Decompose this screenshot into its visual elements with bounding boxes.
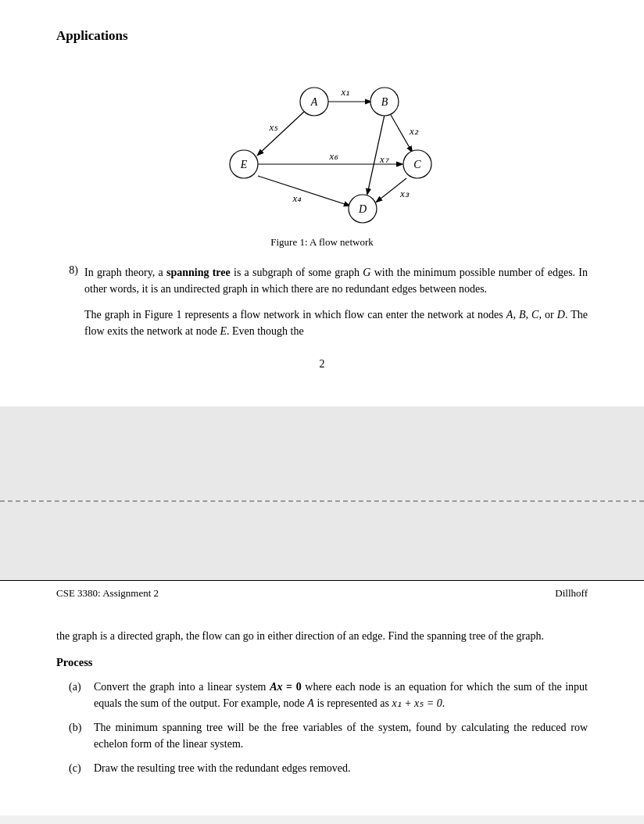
svg-text:x₇: x₇ <box>379 153 389 165</box>
problem-paragraph-2: The graph in Figure 1 represents a flow … <box>84 306 588 339</box>
page-top: Applications x₁ <box>0 0 644 407</box>
svg-text:x₁: x₁ <box>341 86 350 98</box>
continuation-text: the graph is a directed graph, the flow … <box>56 628 588 645</box>
problem-text-2: is a subgraph of some graph <box>231 267 363 278</box>
para2b: or <box>542 309 557 321</box>
footer-left: CSE 3380: Assignment 2 <box>56 587 159 600</box>
gray-area-1 <box>0 407 644 500</box>
sub-item-b-text: The minimum spanning tree will be the fr… <box>94 719 588 752</box>
sub-item-a-text: Convert the graph into a linear system A… <box>94 679 588 711</box>
problem-text-1: In graph theory, a <box>84 267 166 278</box>
sub-item-c: (c) Draw the resulting tree with the red… <box>69 760 588 776</box>
svg-text:x₆: x₆ <box>329 150 339 162</box>
svg-line-8 <box>258 111 305 155</box>
spanning-tree-bold: spanning tree <box>166 267 231 278</box>
para2d: . Even though the <box>227 325 304 337</box>
node-d: D <box>557 309 565 321</box>
svg-text:D: D <box>358 203 367 215</box>
sub-a-text-4: . <box>442 697 445 709</box>
page-number: 2 <box>56 358 588 371</box>
graph-svg: x₁ x₂ x₃ x₄ x₅ <box>189 63 455 230</box>
problem-item-8: 8) In graph theory, a spanning tree is a… <box>56 264 588 297</box>
svg-text:A: A <box>310 96 318 108</box>
node-e: E <box>220 325 227 337</box>
process-title: Process <box>56 656 588 669</box>
svg-text:x₅: x₅ <box>269 121 279 133</box>
svg-text:x₂: x₂ <box>409 125 419 137</box>
svg-line-2 <box>391 115 412 152</box>
svg-text:x₃: x₃ <box>399 188 410 199</box>
nodes-italic: A, B, C, <box>506 309 542 321</box>
problem-text: In graph theory, a spanning tree is a su… <box>84 264 588 297</box>
gray-area-2 <box>0 502 644 580</box>
sub-item-c-text: Draw the resulting tree with the redunda… <box>94 760 588 776</box>
figure-caption: Figure 1: A flow network <box>270 236 373 249</box>
page-title: Applications <box>56 28 588 44</box>
svg-text:B: B <box>381 96 388 108</box>
svg-text:x₄: x₄ <box>292 192 302 204</box>
footer-right: Dillhoff <box>555 587 588 600</box>
sub-items: (a) Convert the graph into a linear syst… <box>69 679 588 776</box>
svg-text:C: C <box>413 159 421 170</box>
sub-item-b: (b) The minimum spanning tree will be th… <box>69 719 588 752</box>
page-bottom: the graph is a directed graph, the flow … <box>0 606 644 815</box>
para2-text: The graph in Figure 1 represents a flow … <box>84 309 506 321</box>
svg-line-6 <box>258 176 349 206</box>
figure-container: x₁ x₂ x₃ x₄ x₅ <box>56 63 588 249</box>
g-italic: G <box>363 267 370 278</box>
sub-item-a-label: (a) <box>69 679 88 711</box>
footer-header: CSE 3380: Assignment 2 Dillhoff <box>0 580 644 606</box>
sub-a-text-3: is represented as <box>314 697 392 709</box>
flow-network-diagram: x₁ x₂ x₃ x₄ x₅ <box>189 63 455 227</box>
sub-a-text-1: Convert the graph into a linear system <box>94 681 270 693</box>
svg-text:E: E <box>240 159 248 170</box>
node-a-italic: A <box>307 697 314 709</box>
sub-item-a: (a) Convert the graph into a linear syst… <box>69 679 588 711</box>
equation-a: x₁ + x₅ = 0 <box>392 697 442 709</box>
ax-bold: Ax <box>270 681 282 693</box>
equals-0-bold: = 0 <box>282 681 301 693</box>
problem-section: 8) In graph theory, a spanning tree is a… <box>56 264 588 339</box>
problem-number: 8) <box>56 264 78 297</box>
sub-item-b-label: (b) <box>69 719 88 752</box>
sub-item-c-label: (c) <box>69 760 88 776</box>
page-wrapper: Applications x₁ <box>0 0 644 815</box>
